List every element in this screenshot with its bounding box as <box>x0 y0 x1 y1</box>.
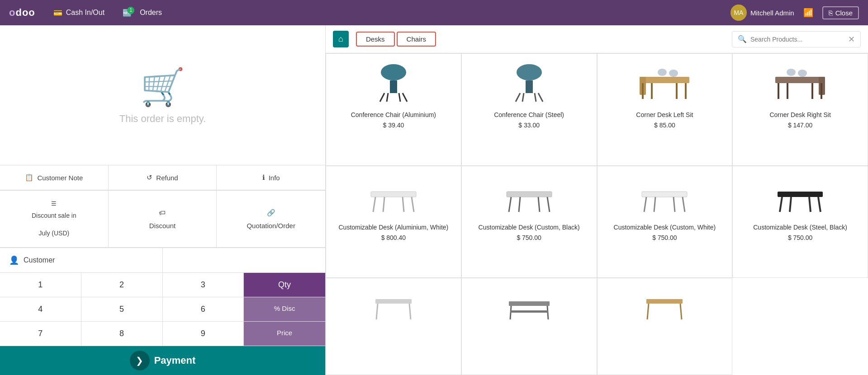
product-card[interactable] <box>597 278 733 375</box>
cash-icon: 💳 <box>53 9 62 17</box>
svg-rect-12 <box>640 77 689 83</box>
quotation-label: Quotation/Order <box>247 221 295 230</box>
search-close-icon[interactable]: ✕ <box>848 34 855 44</box>
disc-button[interactable]: % Disc <box>244 297 325 322</box>
topbar-right: MA Mitchell Admin 📶 ⎘ Close <box>730 5 859 21</box>
svg-line-35 <box>547 197 550 212</box>
customer-label: Customer <box>24 256 55 264</box>
svg-line-44 <box>780 197 782 212</box>
price-button[interactable]: Price <box>244 322 325 346</box>
svg-rect-22 <box>778 83 779 99</box>
product-card[interactable]: Conference Chair (Aluminium) $ 39.40 <box>326 53 461 166</box>
num-1[interactable]: 1 <box>0 273 81 297</box>
customer-note-label: Customer Note <box>37 174 83 182</box>
product-card[interactable]: Customizable Desk (Custom, White) $ 750.… <box>597 166 733 278</box>
category-chairs[interactable]: Chairs <box>397 32 436 47</box>
svg-line-11 <box>535 93 536 102</box>
product-name: Conference Chair (Steel) <box>494 111 564 119</box>
discount-sale-button[interactable]: ☰ Discount sale inJuly (USD) <box>0 191 109 248</box>
num-3[interactable]: 3 <box>163 273 244 297</box>
right-panel: ⌂ Desks Chairs 🔍 ✕ <box>326 25 868 375</box>
svg-line-45 <box>818 197 821 212</box>
discount-label: Discount <box>149 221 175 230</box>
product-card[interactable]: Customizable Desk (Custom, Black) $ 750.… <box>461 166 597 278</box>
product-name: Customizable Desk (Steel, Black) <box>753 223 847 231</box>
product-card[interactable]: Customizable Desk (Steel, Black) $ 750.0… <box>732 166 868 278</box>
refund-label: Refund <box>156 174 178 182</box>
product-name: Corner Desk Left Sit <box>636 111 693 119</box>
cash-in-out-button[interactable]: 💳 Cash In/Out <box>53 9 104 17</box>
product-image <box>366 61 421 106</box>
svg-line-40 <box>683 197 685 212</box>
svg-line-10 <box>522 93 524 102</box>
num-7[interactable]: 7 <box>0 322 81 346</box>
search-input[interactable] <box>750 36 841 43</box>
num-2[interactable]: 2 <box>81 273 163 297</box>
refund-button[interactable]: ↺ Refund <box>109 165 217 190</box>
svg-line-37 <box>538 197 540 212</box>
close-label: Close <box>835 9 853 17</box>
svg-line-8 <box>516 93 520 102</box>
action-buttons: 📋 Customer Note ↺ Refund ℹ Info <box>0 165 325 190</box>
svg-line-50 <box>409 304 411 319</box>
svg-line-5 <box>399 93 400 102</box>
cart-icon: 🛒 <box>140 66 185 108</box>
user-name: Mitchell Admin <box>750 9 794 17</box>
left-panel: 🛒 This order is empty. 📋 Customer Note ↺… <box>0 25 326 375</box>
product-card[interactable]: Corner Desk Left Sit $ 85.00 <box>597 53 733 166</box>
svg-rect-33 <box>507 192 552 197</box>
svg-line-41 <box>654 197 655 212</box>
qty-button[interactable]: Qty <box>244 273 325 297</box>
user-menu[interactable]: MA Mitchell Admin <box>730 5 794 21</box>
product-price: $ 800.40 <box>381 234 406 241</box>
num-5[interactable]: 5 <box>81 297 163 322</box>
payment-button[interactable]: ❯ Payment <box>0 346 325 375</box>
wifi-icon: 📶 <box>803 8 813 18</box>
quotation-icon: 🔗 <box>267 208 275 217</box>
payment-section[interactable]: ❯ Payment <box>0 346 325 375</box>
discount-button[interactable]: 🏷 Discount <box>109 191 217 248</box>
num-8[interactable]: 8 <box>81 322 163 346</box>
svg-line-39 <box>644 197 646 212</box>
svg-rect-16 <box>676 83 678 99</box>
customer-button[interactable]: 👤 Customer <box>0 248 163 272</box>
payment-label: Payment <box>154 355 196 366</box>
close-button[interactable]: ⎘ Close <box>822 6 859 19</box>
customer-row: 👤 Customer <box>0 248 325 273</box>
product-card[interactable] <box>326 278 461 375</box>
num-6[interactable]: 6 <box>163 297 244 322</box>
info-button[interactable]: ℹ Info <box>217 165 325 190</box>
cart-empty-text: This order is empty. <box>119 113 206 125</box>
svg-point-18 <box>658 69 667 76</box>
svg-rect-7 <box>526 80 533 93</box>
category-desks[interactable]: Desks <box>356 32 395 47</box>
svg-rect-48 <box>375 299 412 304</box>
svg-point-26 <box>787 69 796 76</box>
num-4[interactable]: 4 <box>0 297 81 322</box>
svg-rect-43 <box>778 192 823 197</box>
info-icon: ℹ <box>262 173 265 182</box>
product-price: $ 750.00 <box>652 234 677 241</box>
product-price: $ 33.00 <box>518 122 540 129</box>
action-buttons-row2: ☰ Discount sale inJuly (USD) 🏷 Discount … <box>0 190 325 248</box>
product-image <box>502 173 556 219</box>
product-card[interactable]: Customizable Desk (Aluminium, White) $ 8… <box>326 166 461 278</box>
orders-button[interactable]: 🆕 1 Orders <box>123 9 162 17</box>
tag-icon: 🏷 <box>159 208 166 217</box>
customer-note-button[interactable]: 📋 Customer Note <box>0 165 109 190</box>
svg-line-29 <box>373 197 375 212</box>
svg-point-19 <box>669 70 678 77</box>
num-9[interactable]: 9 <box>163 322 244 346</box>
quotation-button[interactable]: 🔗 Quotation/Order <box>217 191 325 248</box>
product-card[interactable]: Conference Chair (Steel) $ 33.00 <box>461 53 597 166</box>
product-name: Conference Chair (Aluminium) <box>351 111 436 119</box>
svg-line-4 <box>387 93 388 102</box>
main-layout: 🛒 This order is empty. 📋 Customer Note ↺… <box>0 25 868 375</box>
product-card[interactable]: Corner Desk Right Sit $ 147.00 <box>732 53 868 166</box>
home-button[interactable]: ⌂ <box>333 31 349 47</box>
product-card[interactable] <box>461 278 597 375</box>
svg-rect-17 <box>685 83 687 99</box>
product-price: $ 750.00 <box>788 234 813 241</box>
odoo-logo: odoo <box>9 7 35 19</box>
product-image <box>366 173 421 219</box>
